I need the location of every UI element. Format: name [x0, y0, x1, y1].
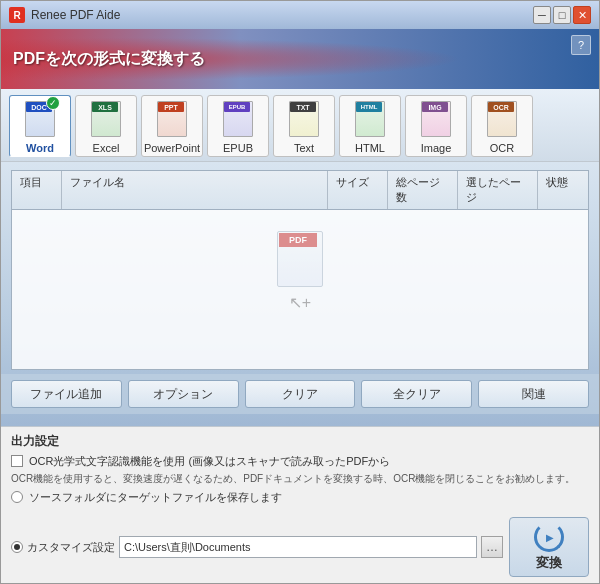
- col-selected: 選したページ: [458, 171, 538, 209]
- word-check-badge: ✓: [46, 96, 60, 110]
- header-area: PDFを次の形式に変換する ?: [1, 29, 599, 89]
- clear-button[interactable]: クリア: [245, 380, 356, 408]
- settings-title: 出力設定: [11, 433, 589, 450]
- col-filename: ファイル名: [62, 171, 328, 209]
- app-icon: R: [9, 7, 25, 23]
- tab-excel-label: Excel: [93, 142, 120, 154]
- tab-text[interactable]: TXT Text: [273, 95, 335, 157]
- pdf-placeholder-icon: PDF: [275, 229, 325, 289]
- tab-image[interactable]: IMG Image: [405, 95, 467, 157]
- radio1-row: ソースフォルダにターゲットファイルを保存します: [11, 490, 589, 504]
- radio2[interactable]: [11, 541, 23, 553]
- related-button[interactable]: 関連: [478, 380, 589, 408]
- file-table: 項目 ファイル名 サイズ 総ページ数 選したページ 状態 PDF ↖+: [11, 170, 589, 370]
- tab-powerpoint[interactable]: PPT PowerPoint: [141, 95, 203, 157]
- tab-text-label: Text: [294, 142, 314, 154]
- tab-html[interactable]: HTML HTML: [339, 95, 401, 157]
- help-button[interactable]: ?: [571, 35, 591, 55]
- browse-button[interactable]: …: [481, 536, 503, 558]
- col-item: 項目: [12, 171, 62, 209]
- options-button[interactable]: オプション: [128, 380, 239, 408]
- minimize-button[interactable]: ─: [533, 6, 551, 24]
- ocr-checkbox[interactable]: [11, 455, 23, 467]
- title-bar: R Renee PDF Aide ─ □ ✕: [1, 1, 599, 29]
- html-icon: HTML: [352, 100, 388, 140]
- col-status: 状態: [538, 171, 588, 209]
- table-body: PDF ↖+: [12, 210, 588, 330]
- convert-button[interactable]: 変換: [509, 517, 589, 577]
- ocr-checkbox-label: OCR光学式文字認識機能を使用 (画像又はスキャナで読み取ったPDFから: [29, 454, 390, 468]
- window-controls: ─ □ ✕: [533, 6, 591, 24]
- empty-placeholder: PDF ↖+: [275, 229, 325, 312]
- radio1-label: ソースフォルダにターゲットファイルを保存します: [29, 490, 282, 504]
- tab-epub[interactable]: EPUB EPUB: [207, 95, 269, 157]
- tab-epub-label: EPUB: [223, 142, 253, 154]
- format-tabs-container: DOC ✓ Word XLS Excel PPT: [1, 89, 599, 162]
- path-input[interactable]: [119, 536, 477, 558]
- tab-word[interactable]: DOC ✓ Word: [9, 95, 71, 157]
- tab-ocr[interactable]: OCR OCR: [471, 95, 533, 157]
- add-file-button[interactable]: ファイル追加: [11, 380, 122, 408]
- close-button[interactable]: ✕: [573, 6, 591, 24]
- ocr-checkbox-row: OCR光学式文字認識機能を使用 (画像又はスキャナで読み取ったPDFから: [11, 454, 589, 468]
- maximize-button[interactable]: □: [553, 6, 571, 24]
- epub-icon: EPUB: [220, 100, 256, 140]
- settings-area: 出力設定 OCR光学式文字認識機能を使用 (画像又はスキャナで読み取ったPDFか…: [1, 426, 599, 513]
- radio2-label: カスタマイズ設定: [27, 540, 115, 555]
- excel-icon: XLS: [88, 100, 124, 140]
- image-icon: IMG: [418, 100, 454, 140]
- plus-cursor-icon: ↖+: [289, 293, 311, 312]
- main-content: 項目 ファイル名 サイズ 総ページ数 選したページ 状態 PDF ↖+ ファイル…: [1, 162, 599, 426]
- powerpoint-icon: PPT: [154, 100, 190, 140]
- text-icon: TXT: [286, 100, 322, 140]
- main-window: R Renee PDF Aide ─ □ ✕ PDFを次の形式に変換する ? D…: [0, 0, 600, 584]
- action-buttons: ファイル追加 オプション クリア 全クリア 関連: [1, 374, 599, 414]
- col-pages: 総ページ数: [388, 171, 458, 209]
- settings-left: カスタマイズ設定 …: [11, 536, 503, 558]
- tab-powerpoint-label: PowerPoint: [144, 142, 200, 154]
- table-header: 項目 ファイル名 サイズ 総ページ数 選したページ 状態: [12, 171, 588, 210]
- tab-html-label: HTML: [355, 142, 385, 154]
- convert-icon: [534, 522, 564, 552]
- word-icon: DOC ✓: [22, 100, 58, 140]
- tab-excel[interactable]: XLS Excel: [75, 95, 137, 157]
- col-size: サイズ: [328, 171, 388, 209]
- tab-word-label: Word: [26, 142, 54, 154]
- clear-all-button[interactable]: 全クリア: [361, 380, 472, 408]
- bottom-row: カスタマイズ設定 … 変換: [1, 513, 599, 583]
- path-row: カスタマイズ設定 …: [11, 536, 503, 558]
- tab-image-label: Image: [421, 142, 452, 154]
- ocr-note: OCR機能を使用すると、変換速度が遅くなるため、PDFドキュメントを変換する時、…: [11, 472, 589, 486]
- window-title: Renee PDF Aide: [31, 8, 533, 22]
- tab-ocr-label: OCR: [490, 142, 514, 154]
- ocr-icon: OCR: [484, 100, 520, 140]
- convert-label: 変換: [536, 554, 562, 572]
- radio1[interactable]: [11, 491, 23, 503]
- app-title: PDFを次の形式に変換する: [13, 49, 205, 70]
